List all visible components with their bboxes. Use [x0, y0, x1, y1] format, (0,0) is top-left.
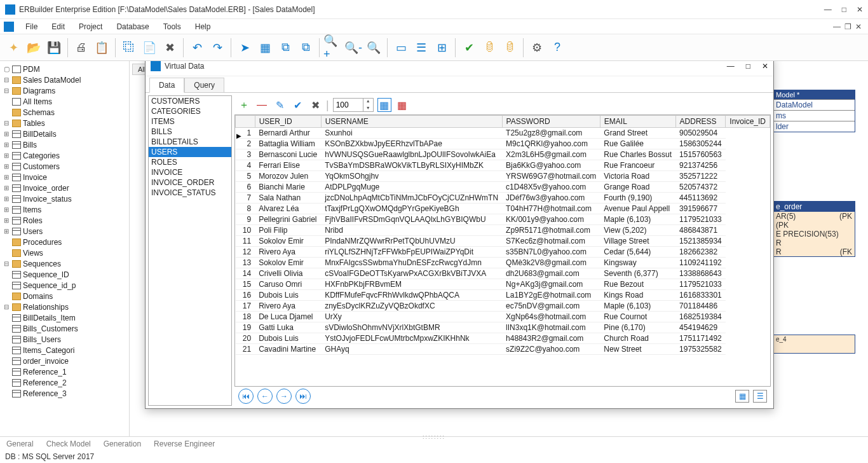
dialog-minimize-button[interactable]: — — [727, 62, 735, 71]
list-item[interactable]: USERS — [149, 147, 231, 157]
db-up-icon[interactable]: 🛢 — [500, 38, 519, 57]
layout1-icon[interactable]: ▭ — [391, 38, 410, 57]
status-tab-gen[interactable]: Generation — [104, 439, 141, 448]
tree-procedures[interactable]: Procedures — [23, 238, 62, 247]
column-header[interactable]: Invoice_ID — [726, 116, 770, 128]
tree-table-item[interactable]: Invoice_order — [23, 184, 69, 193]
menu-project[interactable]: Project — [72, 21, 109, 32]
table-row[interactable]: 8Alvarez LéatTaxjfPrLgQXwOMQdgPYrGpeKiye… — [236, 204, 770, 214]
save-icon[interactable]: 💾 — [44, 38, 64, 57]
menu-database[interactable]: Database — [110, 21, 155, 32]
list-item[interactable]: INVOICE_STATUS — [149, 188, 231, 198]
cancel-icon[interactable]: ✖ — [308, 98, 322, 112]
tree-sequence-item[interactable]: Sequence_id_p — [23, 281, 76, 290]
column-header[interactable]: PASSWORD — [502, 116, 600, 128]
table-row[interactable]: 5Morozov JulenYqOkmSOhgjhvYRSW69G7@hotma… — [236, 171, 770, 182]
open-icon[interactable]: 📂 — [24, 38, 43, 57]
tree-diagram-item[interactable]: All Items — [23, 97, 52, 106]
table-row[interactable]: 11Sokolov EmirPIndaNMrZQWwrRrPetTQbUhUVM… — [236, 236, 770, 247]
tree-domains[interactable]: Domains — [23, 292, 53, 301]
row-limit-value[interactable] — [334, 100, 363, 109]
maximize-button[interactable]: □ — [842, 5, 846, 14]
tree-table-item[interactable]: Customers — [23, 162, 60, 171]
view-grid-icon[interactable]: ▦ — [735, 390, 749, 403]
pointer-icon[interactable]: ➤ — [235, 38, 254, 57]
menu-edit[interactable]: Edit — [45, 21, 71, 32]
list-item[interactable]: CUSTOMERS — [149, 96, 231, 106]
list-item[interactable]: INVOICE — [149, 167, 231, 177]
column-header[interactable]: USER_ID — [255, 116, 321, 128]
row-limit-input[interactable]: ▲▼ — [333, 98, 374, 112]
clear-icon[interactable]: ▦ — [395, 98, 409, 112]
tree-tables[interactable]: Tables — [23, 119, 45, 128]
column-header[interactable]: ADDRESS — [675, 116, 726, 128]
tree-relationship-item[interactable]: Reference_2 — [23, 378, 67, 387]
tree-table-item[interactable]: Invoice_status — [23, 195, 72, 204]
tables-list[interactable]: CUSTOMERSCATEGORIESITEMSBILLSBILLDETAILS… — [148, 95, 232, 406]
tree-relationship-item[interactable]: Bills_Users — [23, 335, 61, 344]
close-button[interactable]: ✕ — [857, 5, 863, 14]
nav-first-icon[interactable]: ⏮ — [238, 389, 254, 404]
minimize-button[interactable]: — — [824, 5, 832, 14]
menu-file[interactable]: File — [19, 21, 44, 32]
tree-table-item[interactable]: Items — [23, 205, 41, 214]
menu-help[interactable]: Help — [189, 21, 217, 32]
tree-table-item[interactable]: Bills — [23, 141, 37, 149]
dialog-close-button[interactable]: ✕ — [762, 62, 768, 71]
nav-prev-icon[interactable]: ← — [257, 389, 273, 404]
table-row[interactable]: 14Crivelli OliviacSVoaIFGDeOTTsKyarwPxAC… — [236, 268, 770, 279]
table-row[interactable]: 15Caruso OmriHXFnbPKbjFRBvmEMNg+AKg3j@gm… — [236, 279, 770, 290]
list-item[interactable]: INVOICE_ORDER — [149, 177, 231, 188]
undo-icon[interactable]: ↶ — [187, 38, 207, 57]
table-row[interactable]: 3Bernasconi LuciehVWNUSQSGueRaawlglbnLJp… — [236, 149, 770, 160]
tree-sequences[interactable]: Sequences — [23, 259, 61, 268]
table-row[interactable]: 16Dubois LuisKDffFMufeFqvcFRhWvlkdwQPhbA… — [236, 290, 770, 301]
list-item[interactable]: ROLES — [149, 157, 231, 167]
db-down-icon[interactable]: 🛢 — [480, 38, 499, 57]
dialog-tab-data[interactable]: Data — [149, 78, 184, 93]
tree-relationship-item[interactable]: Reference_1 — [23, 368, 67, 377]
zoom-out-icon[interactable]: 🔍- — [344, 38, 363, 57]
table-row[interactable]: 21Cavadini MartineGHAyqsZi9Z2C@yahoo.com… — [236, 344, 770, 355]
view-form-icon[interactable]: ☰ — [753, 390, 767, 403]
column-header[interactable]: USERNAME — [321, 116, 502, 128]
nav-next-icon[interactable]: → — [276, 389, 292, 404]
zoom-icon[interactable]: 🔍 — [364, 38, 383, 57]
new-icon[interactable]: ✦ — [4, 38, 23, 57]
tree-relationships[interactable]: Relationships — [23, 303, 69, 312]
table-row[interactable]: 12Rivero AyariYLQLfSZHNjTzFFWkbFpEUPIWai… — [236, 247, 770, 258]
tree-relationship-item[interactable]: order_invoice — [23, 357, 69, 366]
list-item[interactable]: BILLDETAILS — [149, 137, 231, 147]
table-row[interactable]: 19Gatti LukasVDiwloShOhmvNVjXrlXbtGtBMRl… — [236, 322, 770, 333]
commit-icon[interactable]: ✔ — [290, 98, 304, 112]
tree-table-item[interactable]: BillDetails — [23, 130, 57, 139]
table-row[interactable]: 7Sala NathanjzcDNoLhpAqMtCbTiNMmJCbFOyCj… — [236, 193, 770, 204]
tree-table-item[interactable]: Categories — [23, 151, 60, 160]
table-icon[interactable]: ▦ — [255, 38, 275, 57]
zoom-in-icon[interactable]: 🔍+ — [323, 38, 342, 57]
mdi-minimize[interactable]: — — [833, 22, 841, 31]
list-item[interactable]: ITEMS — [149, 116, 231, 127]
report-icon[interactable]: 📋 — [92, 38, 111, 57]
tree-sequence-item[interactable]: Sequence_ID — [23, 270, 69, 279]
tree-relationship-item[interactable]: Bills_Customers — [23, 324, 78, 333]
tree-diagrams[interactable]: Diagrams — [23, 86, 55, 95]
edit-row-icon[interactable]: ✎ — [273, 98, 287, 112]
table-row[interactable]: 17Rivero AyaznyEsDyclKRZuZyVQBzOkdfXCec7… — [236, 301, 770, 312]
layout2-icon[interactable]: ☰ — [412, 38, 431, 57]
model-tree[interactable]: ▢PDM ⊟Sales DataModel ⊟Diagrams All Item… — [0, 61, 130, 436]
paste-icon[interactable]: 📄 — [140, 38, 159, 57]
relation2-icon[interactable]: ⧉ — [296, 38, 315, 57]
spin-down-icon[interactable]: ▼ — [363, 105, 373, 112]
status-tab-rev[interactable]: Reverse Engineer — [154, 439, 215, 448]
table-row[interactable]: 4Ferrari EliseTvSBaYmDSBRaWOkVikTLByRLSI… — [236, 160, 770, 171]
copy-icon[interactable]: ⿻ — [119, 38, 139, 57]
delete-row-icon[interactable]: — — [255, 98, 269, 112]
tree-table-item[interactable]: Users — [23, 227, 43, 236]
tree-relationship-item[interactable]: Reference_3 — [23, 389, 67, 398]
help-icon[interactable]: ? — [548, 38, 567, 57]
validate-icon[interactable]: ✔ — [459, 38, 478, 57]
mdi-restore[interactable]: ❐ — [844, 22, 851, 31]
table-row[interactable]: 20Dubois LuisYstOJvjoFEDLFcwUMtrbcMpxwZK… — [236, 333, 770, 344]
spin-up-icon[interactable]: ▲ — [363, 98, 373, 105]
